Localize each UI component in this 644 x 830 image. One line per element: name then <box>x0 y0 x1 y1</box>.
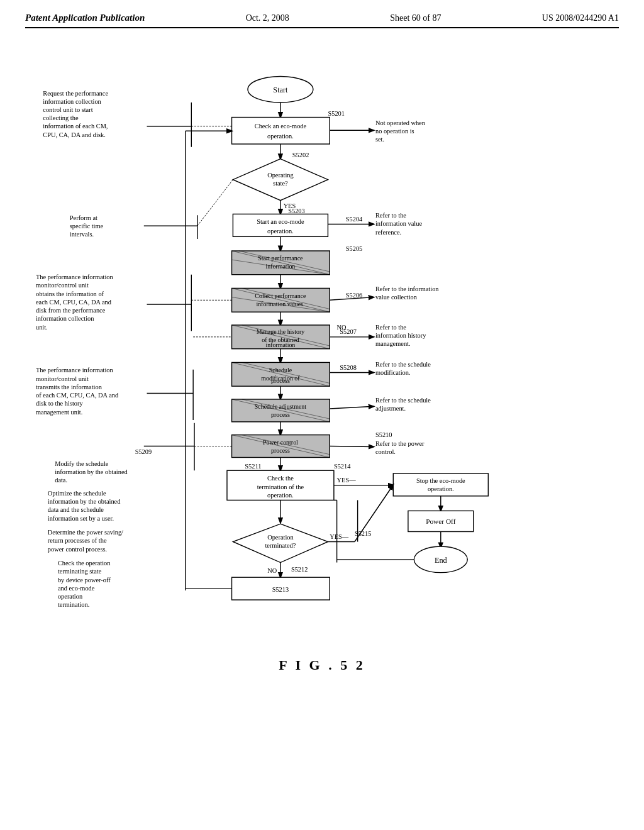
diagram-area: Request the performance information coll… <box>25 47 619 645</box>
svg-text:terminated?: terminated? <box>265 542 296 549</box>
publication-date: Oct. 2, 2008 <box>246 13 289 23</box>
svg-text:termination.: termination. <box>58 601 89 608</box>
svg-text:S5210: S5210 <box>375 431 392 438</box>
svg-text:S5201: S5201 <box>328 110 345 117</box>
svg-text:Determine the power saving/: Determine the power saving/ <box>48 529 123 536</box>
svg-text:management.: management. <box>375 340 411 347</box>
svg-text:S5209: S5209 <box>135 448 152 455</box>
svg-text:operation.: operation. <box>267 228 294 235</box>
svg-text:operation.: operation. <box>267 133 294 140</box>
svg-text:Operation: Operation <box>267 534 294 541</box>
svg-text:Perform at: Perform at <box>70 214 97 221</box>
svg-text:value collection: value collection <box>375 294 418 301</box>
svg-text:intervals.: intervals. <box>70 231 94 238</box>
svg-text:operation.: operation. <box>267 492 294 499</box>
svg-text:modification.: modification. <box>375 369 411 376</box>
svg-text:information: information <box>266 263 296 270</box>
svg-text:YES—: YES— <box>330 533 349 540</box>
svg-text:termination of the: termination of the <box>257 484 304 490</box>
page-header: Patent Application Publication Oct. 2, 2… <box>25 13 619 28</box>
svg-text:S5215: S5215 <box>355 530 372 537</box>
svg-text:data.: data. <box>55 477 67 484</box>
svg-text:process: process <box>271 447 290 454</box>
svg-text:Modify the schedule: Modify the schedule <box>55 460 109 467</box>
svg-line-181 <box>355 485 393 542</box>
svg-text:disk from the performance: disk from the performance <box>36 307 106 314</box>
svg-text:disk to the history: disk to the history <box>36 400 83 407</box>
svg-text:unit.: unit. <box>36 324 48 331</box>
svg-text:adjustment.: adjustment. <box>375 405 406 412</box>
svg-text:S5206: S5206 <box>346 292 363 299</box>
svg-text:S5204: S5204 <box>346 216 363 223</box>
svg-text:process: process <box>271 377 290 384</box>
svg-text:Check the operation: Check the operation <box>58 560 111 567</box>
svg-text:S5211: S5211 <box>245 463 261 470</box>
svg-text:specific time: specific time <box>70 223 104 230</box>
svg-text:and eco-mode: and eco-mode <box>58 585 95 592</box>
svg-text:information by the obtained: information by the obtained <box>48 498 121 505</box>
svg-text:Refer to the schedule: Refer to the schedule <box>375 397 431 404</box>
svg-text:operation: operation <box>58 593 83 600</box>
svg-text:control unit to start: control unit to start <box>43 106 92 113</box>
svg-text:Refer to the information: Refer to the information <box>375 285 439 292</box>
svg-text:data and the schedule: data and the schedule <box>48 506 104 513</box>
svg-text:transmits the information: transmits the information <box>36 384 103 390</box>
svg-text:control.: control. <box>375 448 396 455</box>
svg-text:Check the: Check the <box>267 475 294 482</box>
svg-text:Refer to the: Refer to the <box>375 212 406 219</box>
svg-text:The performance information: The performance information <box>36 367 114 374</box>
svg-text:S5205: S5205 <box>346 245 363 252</box>
svg-text:information value: information value <box>375 220 422 227</box>
svg-text:S5203: S5203 <box>288 208 305 214</box>
svg-text:Schedule adjustment: Schedule adjustment <box>255 403 307 410</box>
svg-text:monitor/control unit: monitor/control unit <box>36 375 89 382</box>
svg-text:management unit.: management unit. <box>36 409 82 416</box>
svg-text:Refer to the power: Refer to the power <box>375 440 425 447</box>
svg-text:monitor/control unit: monitor/control unit <box>36 282 89 289</box>
svg-text:S5207: S5207 <box>340 328 357 335</box>
svg-text:Not operated when: Not operated when <box>375 119 426 126</box>
svg-text:each CM, CPU, CA, DA and: each CM, CPU, CA, DA and <box>36 299 112 306</box>
patent-number: US 2008/0244290 A1 <box>542 13 619 23</box>
svg-text:state?: state? <box>273 180 288 187</box>
flowchart-svg: Request the performance information coll… <box>25 47 619 645</box>
svg-text:information by the obtained: information by the obtained <box>55 468 128 475</box>
svg-text:Power control: Power control <box>263 439 298 446</box>
svg-text:NO: NO <box>267 567 277 574</box>
svg-text:Operating: Operating <box>267 172 293 179</box>
svg-text:Refer to the schedule: Refer to the schedule <box>375 361 431 368</box>
svg-rect-43 <box>232 118 330 144</box>
svg-text:S5214: S5214 <box>334 463 351 470</box>
svg-line-129 <box>330 406 374 409</box>
svg-text:Start: Start <box>273 86 288 94</box>
svg-text:information history: information history <box>375 332 426 339</box>
svg-text:of each CM, CPU, CA, DA and: of each CM, CPU, CA, DA and <box>36 392 119 399</box>
sheet-info: Sheet 60 of 87 <box>390 13 441 23</box>
svg-text:set.: set. <box>375 136 384 143</box>
figure-label: F I G . 5 2 <box>25 657 619 673</box>
svg-text:information collection: information collection <box>36 315 94 322</box>
svg-text:Start performance: Start performance <box>258 255 303 262</box>
svg-text:power control process.: power control process. <box>48 546 107 553</box>
svg-text:The performance information: The performance information <box>36 274 114 280</box>
svg-text:Request the performance: Request the performance <box>43 90 108 97</box>
publication-title: Patent Application Publication <box>25 13 145 23</box>
page: Patent Application Publication Oct. 2, 2… <box>0 0 644 830</box>
svg-text:Stop the eco-mode: Stop the eco-mode <box>416 477 465 484</box>
svg-text:obtains the information of: obtains the information of <box>36 290 104 297</box>
svg-text:operation.: operation. <box>428 485 454 492</box>
svg-text:End: End <box>435 556 447 565</box>
svg-text:Start an eco-mode: Start an eco-mode <box>257 218 304 225</box>
svg-text:return processes of the: return processes of the <box>48 537 107 544</box>
svg-text:information collection: information collection <box>43 98 101 105</box>
svg-text:Check an eco-mode: Check an eco-mode <box>255 123 307 130</box>
svg-text:information: information <box>266 341 296 348</box>
svg-text:Power Off: Power Off <box>426 517 455 525</box>
svg-text:information set by a user.: information set by a user. <box>48 515 114 522</box>
svg-line-139 <box>330 446 374 447</box>
svg-text:collecting the: collecting the <box>43 114 79 121</box>
svg-text:YES—: YES— <box>337 477 357 484</box>
svg-text:terminating state: terminating state <box>58 568 102 575</box>
svg-text:Optimize the schedule: Optimize the schedule <box>48 490 106 497</box>
svg-text:Refer to the: Refer to the <box>375 324 406 331</box>
